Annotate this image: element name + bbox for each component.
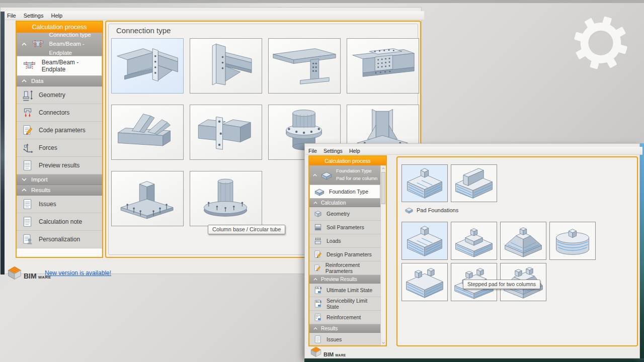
chevron-up-icon — [22, 43, 27, 46]
tooltip-column-base-circular-tube: Column base / Circular tube — [208, 225, 285, 234]
thumb-pad-tapered[interactable] — [500, 222, 546, 260]
chevron-down-icon — [22, 178, 27, 181]
menu-settings[interactable]: Settings — [24, 13, 44, 19]
bimware-logo: BIM WARE — [310, 345, 346, 357]
thumb-pad-one-column[interactable] — [401, 164, 448, 202]
menu-help[interactable]: Help — [349, 148, 360, 154]
chevron-up-icon — [313, 174, 317, 176]
thumb-pad-circular[interactable] — [549, 222, 596, 260]
thumb-beam-beam-endplate[interactable] — [111, 38, 184, 94]
sidebar-item-issues[interactable]: Issues — [17, 196, 102, 213]
sidebar-item-reinforcement-parameters[interactable]: Reinforcement Parameters — [309, 261, 380, 275]
section-calculation[interactable]: Calculation — [309, 199, 380, 207]
thumb-column-base-square-tube[interactable] — [111, 171, 184, 226]
chevron-up-icon — [22, 79, 27, 82]
sidebar-item-soil-parameters[interactable]: Soil Parameters — [309, 221, 380, 234]
document-icon — [22, 216, 34, 228]
sidebar-item-geometry[interactable]: Geometry — [309, 207, 380, 221]
thumb-pad-two-columns[interactable] — [401, 263, 448, 301]
sidebar-item-calculation-note[interactable]: Calculation note — [17, 213, 102, 231]
sidebar-item-serviceability-limit-state[interactable]: SLS Servicebility Limit State — [309, 297, 380, 311]
wallpaper-sliver-bottom — [304, 358, 644, 362]
document-pencil-icon — [313, 263, 321, 273]
thumb-square-tube-splice[interactable] — [190, 105, 262, 160]
sidebar-item-personalization[interactable]: Personalization — [17, 231, 102, 248]
sidebar-item-ultimate-limit-state[interactable]: ULS Ultimate Limit State — [309, 284, 380, 297]
group-subtitle: Pad for one column — [336, 175, 377, 183]
back-window-edge — [1, 12, 5, 275]
thumb-beam-splice-plates[interactable] — [347, 38, 419, 94]
group-connection-type[interactable]: Connection type Beam/Beam - Endplate — [17, 33, 102, 56]
back-sidebar: Calculation process Connection type Beam… — [16, 21, 103, 258]
document-pencil-icon — [22, 124, 34, 136]
chevron-up-icon — [22, 189, 27, 192]
desktop-top-strip — [0, 0, 644, 3]
sidebar-scrollbar[interactable] — [380, 165, 386, 345]
sidebar-item-loads[interactable]: Loads — [309, 234, 380, 248]
menu-file[interactable]: File — [7, 13, 16, 19]
document-person-icon — [22, 233, 34, 245]
geometry-icon — [22, 89, 34, 101]
section-import[interactable]: Import — [17, 174, 102, 185]
section-preview-results[interactable]: Preview Results — [309, 275, 380, 284]
loads-icon — [313, 236, 323, 245]
tooltip-stepped-pad-two-columns: Stepped pad for two columns — [463, 280, 540, 289]
desktop: File Settings Help Calculation process C… — [0, 0, 644, 362]
document-icon — [22, 198, 34, 210]
gear-icon — [571, 14, 630, 71]
group-subtitle: Beam/Beam - Endplate — [49, 40, 102, 58]
menu-help[interactable]: Help — [51, 13, 62, 19]
thumb-tube-truss[interactable] — [111, 105, 184, 160]
section-results[interactable]: Results — [17, 185, 102, 196]
box-3d-icon — [313, 209, 323, 218]
process-header: Calculation process — [309, 156, 386, 165]
pad-foundations-label: Pad Foundations — [405, 207, 458, 214]
document-pencil-icon — [313, 250, 323, 259]
front-sidebar: Calculation process Foundation Type Pad … — [308, 155, 387, 346]
thumb-pad-stepped[interactable] — [451, 222, 497, 260]
group-foundation-type[interactable]: Foundation Type Pad for one column — [309, 165, 386, 185]
pad-icon — [320, 170, 333, 180]
sidebar-item-preview-results[interactable]: Preview results — [17, 157, 102, 174]
sidebar-item-design-parameters[interactable]: Design Parameters — [309, 248, 380, 261]
sidebar-item-foundation-type[interactable]: Foundation Type — [309, 185, 380, 199]
chevron-up-icon — [313, 278, 317, 281]
back-menubar: File Settings Help — [5, 11, 424, 20]
group-title: Connection type — [49, 31, 102, 40]
pad-icon — [314, 188, 325, 196]
front-window: File Settings Help Calculation process F… — [304, 143, 640, 358]
endplate-icon — [22, 60, 37, 72]
forces-icon — [22, 142, 34, 154]
group-title: Foundation Type — [336, 167, 377, 175]
sidebar-item-geometry[interactable]: Geometry — [17, 86, 102, 104]
menu-settings[interactable]: Settings — [324, 148, 343, 154]
new-version-link[interactable]: New version is available! — [45, 269, 111, 277]
document-icon — [22, 159, 34, 171]
sidebar-item-reinforcement[interactable]: Reinforcement — [309, 311, 380, 324]
bimware-cube-icon — [310, 346, 322, 357]
sidebar-item-issues-partial[interactable]: Issues — [309, 333, 380, 346]
scroll-down-arrow[interactable] — [381, 340, 386, 345]
sidebar-item-beam-beam-endplate[interactable]: Beam/Beam - Endplate — [17, 56, 102, 76]
scrollbar-thumb[interactable] — [381, 172, 385, 204]
section-data[interactable]: Data — [17, 76, 102, 86]
sidebar-item-code-parameters[interactable]: Code parameters — [17, 122, 102, 139]
sidebar-item-forces[interactable]: Forces — [17, 139, 102, 157]
menu-file[interactable]: File — [308, 148, 317, 154]
thumb-beam-beam-tee[interactable] — [268, 38, 341, 94]
chevron-up-icon — [313, 202, 317, 204]
wallpaper-sliver-right — [640, 143, 644, 362]
sidebar-item-connectors[interactable]: Connectors — [17, 104, 102, 122]
panel-title: Connection type — [116, 26, 171, 35]
document-icon — [313, 335, 323, 344]
thumb-pad-simple[interactable] — [401, 222, 448, 260]
reinforcement-dots-icon — [313, 313, 323, 322]
thumb-strip-foundation[interactable] — [451, 164, 497, 202]
scroll-up-arrow[interactable] — [381, 165, 386, 171]
thumb-beam-column-haunch[interactable] — [190, 38, 262, 94]
section-results[interactable]: Results — [309, 324, 380, 333]
front-menubar: File Settings Help — [305, 147, 642, 155]
sidebar-filler — [17, 248, 102, 257]
soil-layers-icon — [313, 223, 323, 232]
thumb-column-base-circular-tube[interactable] — [190, 171, 262, 226]
